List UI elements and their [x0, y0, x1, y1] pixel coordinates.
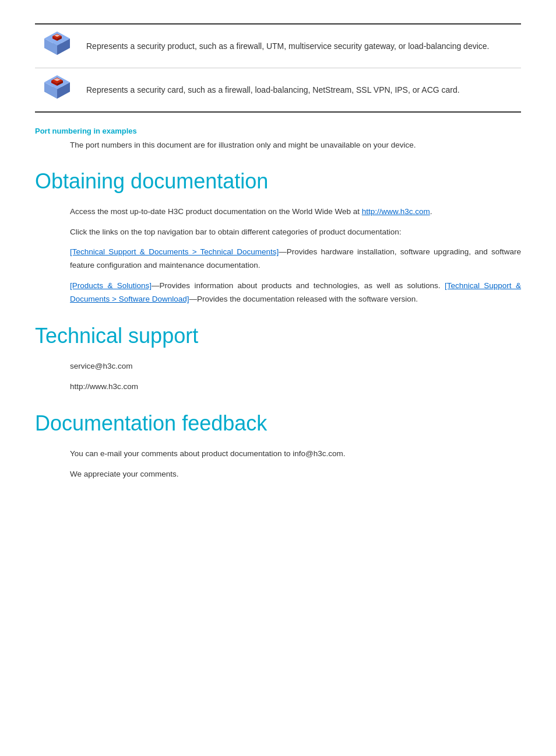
obtaining-para2: Click the links on the top navigation ba…	[70, 226, 521, 239]
technical-support-section: Technical support service@h3c.com http:/…	[35, 324, 521, 394]
obtaining-para3: [Technical Support & Documents > Technic…	[70, 246, 521, 272]
card-description: Represents a security card, such as a fi…	[79, 68, 521, 113]
table-row: Represents a security card, such as a fi…	[35, 68, 521, 113]
documentation-feedback-content: You can e-mail your comments about produ…	[70, 447, 521, 481]
support-website: http://www.h3c.com	[70, 380, 521, 394]
product-description: Represents a security product, such as a…	[79, 24, 521, 68]
documentation-feedback-section: Documentation feedback You can e-mail yo…	[35, 411, 521, 481]
obtaining-documentation-section: Obtaining documentation Access the most …	[35, 169, 521, 307]
icon-table: Represents a security product, such as a…	[35, 23, 521, 113]
technical-support-heading: Technical support	[35, 324, 521, 348]
card-icon-cell	[35, 68, 79, 113]
obtaining-documentation-heading: Obtaining documentation	[35, 169, 521, 194]
tech-support-docs-link[interactable]: [Technical Support & Documents > Technic…	[70, 247, 279, 256]
port-numbering-text: The port numbers in this document are fo…	[70, 139, 521, 152]
documentation-feedback-heading: Documentation feedback	[35, 411, 521, 436]
port-numbering-section: Port numbering in examples The port numb…	[35, 127, 521, 152]
feedback-para2: We appreciate your comments.	[70, 468, 521, 481]
h3c-link[interactable]: http://www.h3c.com	[362, 207, 430, 216]
technical-support-content: service@h3c.com http://www.h3c.com	[70, 360, 521, 394]
obtaining-para1: Access the most up-to-date H3C product d…	[70, 205, 521, 219]
feedback-para1: You can e-mail your comments about produ…	[70, 447, 521, 461]
products-solutions-link[interactable]: [Products & Solutions]	[70, 281, 152, 290]
obtaining-documentation-content: Access the most up-to-date H3C product d…	[70, 205, 521, 307]
obtaining-para4: [Products & Solutions]—Provides informat…	[70, 279, 521, 306]
port-numbering-label: Port numbering in examples	[35, 127, 521, 135]
table-row: Represents a security product, such as a…	[35, 24, 521, 68]
product-icon-cell	[35, 24, 79, 68]
support-email: service@h3c.com	[70, 360, 521, 373]
security-product-icon	[42, 30, 72, 58]
security-card-icon	[42, 74, 72, 102]
